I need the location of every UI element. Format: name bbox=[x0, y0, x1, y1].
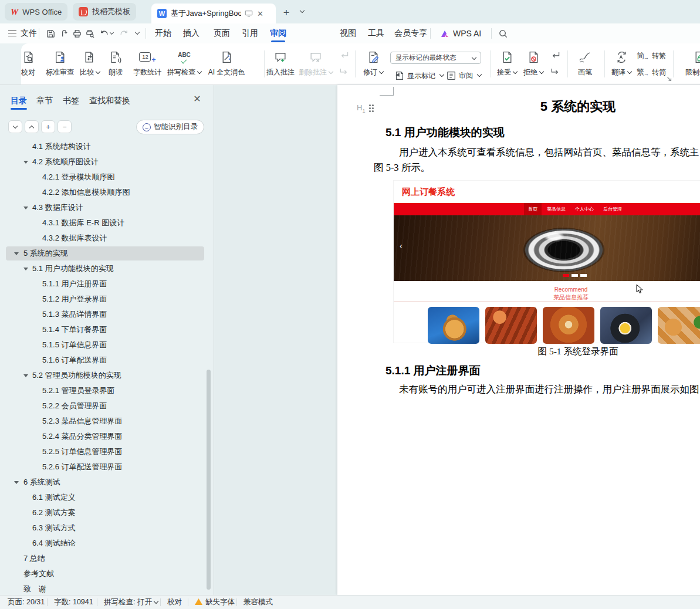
toc-item[interactable]: 5.1.1 用户注册界面 bbox=[0, 276, 214, 292]
ink-pen-button[interactable]: 画笔 bbox=[566, 48, 604, 77]
sidebar-tab-bookmarks[interactable]: 书签 bbox=[63, 93, 79, 109]
toc-item[interactable]: 6.3 测试方式 bbox=[0, 520, 214, 536]
toc-item[interactable]: 6.1 测试定义 bbox=[0, 490, 214, 505]
sidebar-tab-find-replace[interactable]: 查找和替换 bbox=[89, 93, 130, 109]
sidebar-tab-toc[interactable]: 目录 bbox=[11, 93, 27, 109]
toc-item[interactable]: 4.3 数据库设计 bbox=[0, 200, 214, 215]
previous-comment-icon[interactable] bbox=[338, 50, 350, 60]
toc-item[interactable]: 参考文献 bbox=[0, 566, 214, 581]
tab-docer-templates[interactable]: 找稻壳模板 bbox=[73, 3, 136, 21]
show-markup-button[interactable]: 显示标记 bbox=[394, 70, 444, 81]
next-revision-icon[interactable] bbox=[549, 67, 561, 76]
missing-font-warning[interactable]: 缺失字体 bbox=[195, 596, 235, 609]
reject-revision-button[interactable]: 拒绝 bbox=[515, 48, 552, 77]
collapse-triangle-icon[interactable] bbox=[23, 374, 28, 380]
page-indicator[interactable]: 页面: 20/31 bbox=[8, 596, 45, 609]
translate-button[interactable]: 翻译 bbox=[603, 48, 640, 77]
toc-item[interactable]: 5 系统的实现 bbox=[0, 246, 214, 261]
delete-comment-button[interactable]: 删除批注 bbox=[297, 48, 334, 77]
new-tab-button[interactable]: ＋ bbox=[280, 6, 292, 18]
next-comment-icon[interactable] bbox=[338, 67, 350, 76]
collapse-triangle-icon[interactable] bbox=[23, 207, 28, 212]
menu-tab-review[interactable]: 审阅 bbox=[270, 23, 286, 43]
markup-state-dropdown[interactable]: 显示标记的最终状态 bbox=[390, 52, 481, 64]
group-expand-icon[interactable] bbox=[667, 76, 672, 82]
toc-item[interactable]: 5.1.4 下单订餐界面 bbox=[0, 322, 214, 337]
toc-next-button[interactable] bbox=[8, 120, 22, 133]
spell-check-status[interactable]: 拼写检查: 打开 bbox=[104, 596, 158, 609]
redo-icon[interactable] bbox=[118, 28, 130, 39]
wps-office-window: W WPS Office 找稻壳模板 W 基于Java+SpringBoot+M… bbox=[0, 0, 700, 609]
tab-document-active[interactable]: W 基于Java+SpringBoot+MyS ✕ bbox=[151, 4, 276, 23]
close-tab-icon[interactable]: ✕ bbox=[257, 9, 263, 18]
collapse-triangle-icon[interactable] bbox=[14, 481, 19, 486]
toc-item[interactable]: 5.1 用户功能模块的实现 bbox=[0, 261, 214, 276]
menu-tab-view[interactable]: 视图 bbox=[340, 23, 356, 43]
menu-tab-reference[interactable]: 引用 bbox=[242, 23, 258, 43]
insert-comment-button[interactable]: 插入批注 bbox=[262, 48, 299, 77]
undo-icon[interactable] bbox=[98, 28, 110, 39]
spell-check-button[interactable]: ABC 拼写检查 bbox=[165, 48, 203, 77]
toc-item[interactable]: 5.1.2 用户登录界面 bbox=[0, 292, 214, 307]
menu-tab-page[interactable]: 页面 bbox=[214, 23, 230, 43]
tab-wps-home[interactable]: W WPS Office bbox=[5, 3, 67, 21]
review-pane-button[interactable]: 审阅 bbox=[446, 70, 481, 81]
toc-item[interactable]: 5.2.3 菜品信息管理界面 bbox=[0, 414, 214, 429]
compatibility-mode-label[interactable]: 兼容模式 bbox=[244, 596, 273, 609]
close-sidebar-icon[interactable]: ✕ bbox=[191, 93, 203, 105]
undo-chevron-icon[interactable] bbox=[109, 28, 114, 39]
menu-tab-insert[interactable]: 插入 bbox=[183, 23, 199, 43]
toc-expand-button[interactable]: ＋ bbox=[41, 120, 55, 133]
word-count-button[interactable]: 12+ 字数统计 bbox=[128, 48, 166, 77]
toc-item[interactable]: 4.3.1 数据库 E-R 图设计 bbox=[0, 215, 214, 231]
tab-list-chevron-icon[interactable] bbox=[295, 6, 307, 18]
print-icon[interactable] bbox=[71, 28, 83, 39]
toc-item[interactable]: 5.2.6 订单配送管理界面 bbox=[0, 459, 214, 475]
toc-item[interactable]: 致 谢 bbox=[0, 581, 214, 595]
document-page[interactable]: H1 5 系统的实现 5.1 用户功能模块的实现 用户进入本系统可查看系统信息，… bbox=[337, 85, 700, 595]
toc-item[interactable]: 4.2.2 添加信息模块顺序图 bbox=[0, 185, 214, 200]
previous-revision-icon[interactable] bbox=[549, 50, 561, 60]
toc-previous-button[interactable] bbox=[25, 120, 39, 133]
toc-item[interactable]: 5.2.5 订单信息管理界面 bbox=[0, 444, 214, 459]
wps-ai-button[interactable]: WPS AI bbox=[440, 23, 481, 43]
restrict-editing-button[interactable]: 限制编辑 bbox=[681, 48, 700, 77]
proofread-status[interactable]: 校对 bbox=[167, 596, 182, 609]
toc-item[interactable]: 5.2.1 管理员登录界面 bbox=[0, 383, 214, 398]
print-preview-icon[interactable] bbox=[84, 28, 96, 39]
toc-item[interactable]: 4.3.2 数据库表设计 bbox=[0, 231, 214, 246]
smart-toc-button[interactable]: 智能识别目录 bbox=[136, 120, 204, 134]
toc-item[interactable]: 5.2.2 会员管理界面 bbox=[0, 398, 214, 414]
quickbar-chevron-icon[interactable] bbox=[131, 28, 143, 39]
simplified-to-traditional-button[interactable]: 简→ 转繁 bbox=[637, 51, 666, 61]
collapse-triangle-icon[interactable] bbox=[23, 268, 28, 273]
toc-item[interactable]: 7 总结 bbox=[0, 551, 214, 566]
word-count-indicator[interactable]: 字数: 10941 bbox=[54, 596, 93, 609]
menu-tab-tools[interactable]: 工具 bbox=[368, 23, 384, 43]
toc-item[interactable]: 4.1 系统结构设计 bbox=[0, 139, 214, 154]
search-icon[interactable] bbox=[497, 28, 509, 39]
monitor-icon[interactable] bbox=[245, 9, 253, 18]
menu-tab-membership[interactable]: 会员专享 bbox=[394, 23, 427, 43]
revision-button[interactable]: 修订 bbox=[354, 48, 392, 77]
toc-item[interactable]: 6.2 测试方案 bbox=[0, 505, 214, 520]
toc-collapse-button[interactable]: － bbox=[58, 120, 72, 133]
toc-item[interactable]: 4.2.1 登录模块顺序图 bbox=[0, 170, 214, 185]
toc-item[interactable]: 5.1.6 订单配送界面 bbox=[0, 353, 214, 368]
collapse-triangle-icon[interactable] bbox=[14, 252, 19, 258]
export-icon[interactable] bbox=[58, 28, 70, 39]
sidebar-tab-chapters[interactable]: 章节 bbox=[36, 93, 53, 109]
toc-item[interactable]: 5.1.3 菜品详情界面 bbox=[0, 307, 214, 322]
toc-item[interactable]: 5.2.4 菜品分类管理界面 bbox=[0, 429, 214, 444]
file-menu[interactable]: 文件 bbox=[8, 23, 37, 43]
menu-tab-home[interactable]: 开始 bbox=[155, 23, 171, 43]
toc-item[interactable]: 5.2 管理员功能模块的实现 bbox=[0, 368, 214, 383]
traditional-to-simplified-button[interactable]: 繁→ 转简 bbox=[637, 67, 666, 77]
save-icon[interactable] bbox=[45, 28, 56, 39]
toc-item[interactable]: 6.4 测试结论 bbox=[0, 536, 214, 551]
toc-item[interactable]: 6 系统测试 bbox=[0, 475, 214, 490]
collapse-triangle-icon[interactable] bbox=[23, 161, 28, 166]
ai-polish-button[interactable]: AI 全文润色 bbox=[198, 48, 255, 77]
toc-item[interactable]: 4.2 系统顺序图设计 bbox=[0, 154, 214, 170]
toc-item[interactable]: 5.1.5 订单信息界面 bbox=[0, 337, 214, 353]
